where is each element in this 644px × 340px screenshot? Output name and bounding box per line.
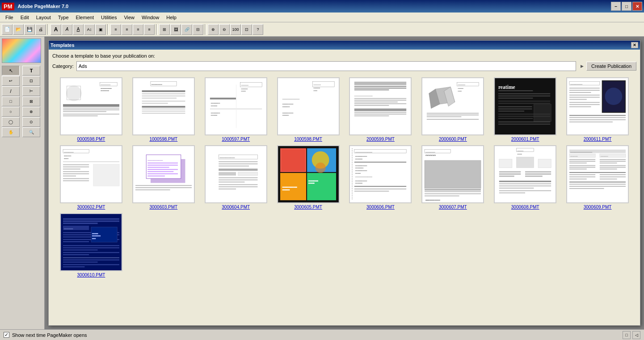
maximize-button[interactable]: □ xyxy=(622,2,631,11)
tool-line[interactable]: / xyxy=(2,86,20,96)
tool-polygon[interactable]: ◯ xyxy=(2,117,20,127)
tool-ellipse-fill[interactable]: ⊗ xyxy=(22,107,40,117)
category-select[interactable]: Ads Brochures Business Cards Catalogs Fl… xyxy=(76,61,576,71)
menu-type[interactable]: Type xyxy=(55,14,72,21)
toolbar-text-italic[interactable]: A xyxy=(62,24,72,35)
toolbar-help[interactable]: ? xyxy=(253,24,263,35)
tool-hand[interactable]: ✋ xyxy=(2,127,20,137)
toolbar-link[interactable]: 🔗 xyxy=(181,24,192,35)
template-name[interactable]: 2000611.PMT xyxy=(584,137,612,142)
minimize-button[interactable]: – xyxy=(611,2,621,11)
list-item[interactable]: ════════ ▄▄▄▄▄▄▄▄ ▄▄▄▄▄ xyxy=(56,144,126,210)
list-item[interactable]: ══════════════════ ═══════ ═══════ xyxy=(562,144,633,210)
list-item[interactable]: ══════ ▄▄▄▄▄▄▄ ▄▄▄▄ ══════════════ ▄▄▄▄▄… xyxy=(273,76,344,143)
template-name[interactable]: 2000600.PMT xyxy=(439,137,467,142)
create-publication-button[interactable]: Create Publication xyxy=(586,62,636,71)
svg-rect-89 xyxy=(498,113,550,114)
toolbar-zoom-pct[interactable]: 100 xyxy=(230,24,241,35)
list-item[interactable]: reatime xyxy=(490,76,560,143)
svg-rect-31 xyxy=(210,98,236,100)
toolbar-sep1 xyxy=(47,24,49,35)
template-name[interactable]: 1000598.PMT xyxy=(294,137,322,142)
tool-rectangle-fill[interactable]: ⊠ xyxy=(22,97,40,106)
list-item[interactable]: ═══════════════ xyxy=(345,76,416,143)
toolbar-text-bold[interactable]: A xyxy=(51,24,61,35)
toolbar-para-left[interactable]: ≡ xyxy=(110,24,121,35)
list-item[interactable]: ▄▄▄▄▄▄▄▄▄▄▄▄ ▄▄▄▄▄▄ ▄▄▄▄▄▄▄▄ ▄▄▄▄▄ 30006… xyxy=(273,144,344,210)
toolbar-open[interactable]: 📂 xyxy=(13,24,24,35)
tool-crop[interactable]: ⊡ xyxy=(22,76,40,86)
toolbar-frame[interactable]: ▣ xyxy=(95,24,106,35)
toolbar-frame2[interactable]: ⊞ xyxy=(159,24,170,35)
toolbar-fit[interactable]: ⊡ xyxy=(241,24,252,35)
close-button[interactable]: ✕ xyxy=(632,2,642,11)
list-item[interactable]: ══════════ xyxy=(128,144,199,210)
list-item[interactable]: ══════════ xyxy=(201,144,271,210)
menu-view[interactable]: View xyxy=(120,14,138,21)
template-name[interactable]: 2000601.PMT xyxy=(511,137,539,142)
list-item[interactable]: ════════ ▄▄▄▄▄▄▄▄▄▄▄▄ ▄▄▄▄▄▄▄▄▄ xyxy=(56,76,126,143)
template-thumb: ════════ ▄▄▄▄▄▄▄▄ ▄▄▄▄▄ xyxy=(60,145,122,203)
status-btn-2[interactable]: ◁ xyxy=(632,331,640,339)
tool-polygon-fill[interactable]: ⊙ xyxy=(22,117,40,127)
template-name[interactable]: 3000608.PMT xyxy=(511,205,539,210)
scroll-right-arrow[interactable]: ▶ xyxy=(581,64,584,68)
template-name[interactable]: 2000599.PMT xyxy=(366,137,395,142)
toolbar-print[interactable]: 🖨 xyxy=(35,24,46,35)
template-name[interactable]: 3000606.PMT xyxy=(366,205,395,210)
dialog-close-button[interactable]: ✕ xyxy=(631,42,638,48)
toolbar-zoom-out[interactable]: ⊖ xyxy=(219,24,230,35)
toolbar-para-right[interactable]: ≡ xyxy=(133,24,143,35)
toolbar-para-justify[interactable]: ≡ xyxy=(144,24,155,35)
list-item[interactable]: ═══════ xyxy=(128,76,199,143)
list-item[interactable]: ══════ ▄▄▄▄▄▄▄ ▄▄▄▄▄ ▄▄▄▄▄▄▄▄▄▄ ▄▄▄▄▄▄▄ … xyxy=(201,76,271,143)
toolbar-para-center[interactable]: ≡ xyxy=(122,24,132,35)
toolbar-image[interactable]: 🖼 xyxy=(170,24,181,35)
template-name[interactable]: 3000605.PMT xyxy=(294,205,322,210)
svg-text:▄▄▄▄▄▄▄▄: ▄▄▄▄▄▄▄▄ xyxy=(355,158,363,160)
list-item[interactable]: ══════ ▄▄▄▄▄▄ ▄▄▄▄ xyxy=(417,76,488,143)
toolbar-new[interactable]: 📄 xyxy=(2,24,13,35)
tool-zoom[interactable]: 🔍 xyxy=(22,127,40,137)
menu-utilities[interactable]: Utilities xyxy=(97,14,120,21)
template-name[interactable]: 3000610.PMT xyxy=(77,273,105,277)
menu-edit[interactable]: Edit xyxy=(17,14,33,21)
status-btn-1[interactable]: □ xyxy=(623,331,631,339)
svg-rect-136 xyxy=(147,171,173,172)
list-item[interactable]: ══════ ▄▄▄▄▄ ▄▄▄▄▄▄▄ ▄▄▄ xyxy=(56,212,126,278)
svg-text:▄▄▄▄▄▄▄: ▄▄▄▄▄▄▄ xyxy=(210,105,217,106)
tool-ellipse[interactable]: ○ xyxy=(2,107,20,117)
template-name[interactable]: 1000598.PMT xyxy=(149,137,177,142)
list-item[interactable]: ════════ AAAAAAAAA ▄▄▄▄▄▄▄▄▄▄▄▄ xyxy=(417,144,488,210)
toolbar-text-underline[interactable]: A xyxy=(73,24,84,35)
show-next-time-checkbox[interactable]: ✓ xyxy=(4,332,9,338)
template-name[interactable]: 0000598.PMT xyxy=(77,137,105,142)
menu-element[interactable]: Element xyxy=(72,14,97,21)
template-name[interactable]: 1000597.PMT xyxy=(222,137,250,142)
list-item[interactable]: ═════ ▄▄▄▄▄ xyxy=(490,144,560,210)
template-name[interactable]: 3000602.PMT xyxy=(77,205,105,210)
template-name[interactable]: 3000604.PMT xyxy=(222,205,250,210)
menu-window[interactable]: Window xyxy=(138,14,163,21)
tool-rectangle[interactable]: □ xyxy=(2,97,20,106)
status-label: Show next time PageMaker opens xyxy=(12,332,87,338)
menu-help[interactable]: Help xyxy=(163,14,180,21)
templates-scroll-area[interactable]: ════════ ▄▄▄▄▄▄▄▄▄▄▄▄ ▄▄▄▄▄▄▄▄▄ xyxy=(52,75,636,280)
template-name[interactable]: 3000603.PMT xyxy=(149,205,177,210)
tool-select[interactable]: ↖ xyxy=(2,66,20,76)
svg-text:▄▄▄▄▄▄▄▄: ▄▄▄▄▄▄▄▄ xyxy=(282,105,290,107)
tool-constrained-line[interactable]: ⊢ xyxy=(22,86,40,96)
toolbar-table[interactable]: ⊟ xyxy=(193,24,203,35)
tool-text[interactable]: T xyxy=(22,66,40,76)
template-name[interactable]: 3000609.PMT xyxy=(584,205,612,210)
toolbar-zoom-in[interactable]: ⊕ xyxy=(208,24,219,35)
svg-text:▄▄▄▄▄▄▄: ▄▄▄▄▄▄▄ xyxy=(210,114,217,116)
toolbar-text-misc1[interactable]: A↕ xyxy=(84,24,95,35)
list-item[interactable]: ══════════ xyxy=(562,76,633,143)
list-item[interactable]: ══════════════ ▄▄▄▄▄▄▄▄▄▄▄▄▄ ▄▄▄▄▄▄▄▄ ▄▄… xyxy=(345,144,416,210)
menu-file[interactable]: File xyxy=(2,14,17,21)
menu-layout[interactable]: Layout xyxy=(33,14,55,21)
tool-rotate[interactable]: ↩ xyxy=(2,76,20,86)
template-name[interactable]: 3000607.PMT xyxy=(439,205,467,210)
toolbar-save[interactable]: 💾 xyxy=(24,24,35,35)
